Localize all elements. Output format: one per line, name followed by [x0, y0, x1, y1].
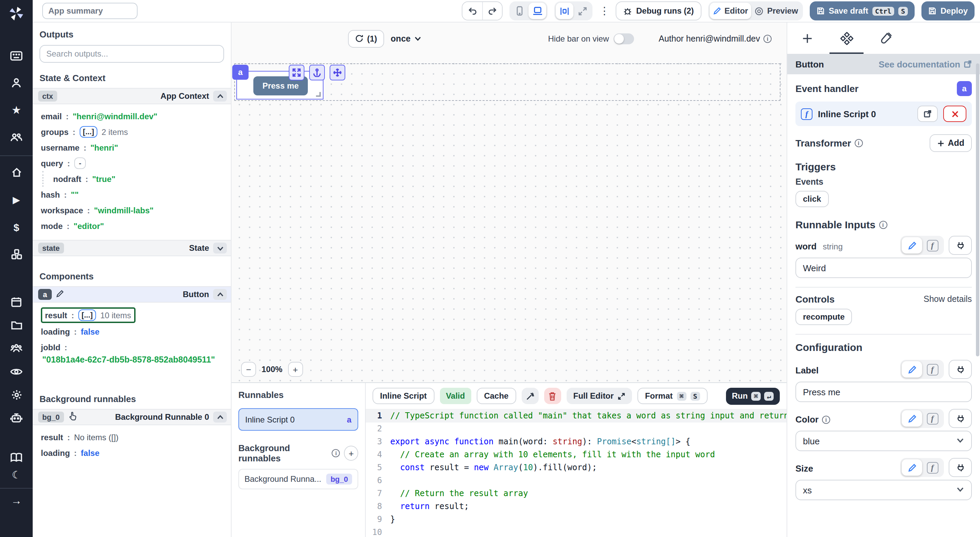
anchor-component-icon[interactable]	[309, 65, 325, 80]
code-line-1[interactable]: 1// TypeScript function called "main" th…	[366, 410, 787, 422]
eval-mode-button[interactable]: f	[922, 237, 943, 253]
connect-input-icon[interactable]	[949, 236, 972, 255]
add-bg-runnable-button[interactable]: +	[344, 446, 358, 461]
format-button[interactable]: Format ⌘ S	[638, 388, 707, 404]
output-row-result[interactable]: result:[...]10 items	[41, 307, 224, 324]
runnable-item[interactable]: Inline Script 0 a	[239, 408, 358, 431]
output-row-result[interactable]: result:No items ([])	[41, 429, 224, 445]
users-icon[interactable]	[10, 341, 23, 355]
tab-component-settings[interactable]	[835, 22, 858, 54]
code-editor[interactable]: 1// TypeScript function called "main" th…	[366, 409, 787, 537]
connect-input-icon[interactable]	[949, 409, 972, 428]
refresh-button[interactable]: (1)	[348, 30, 384, 47]
control-chip-recompute[interactable]: recompute	[795, 309, 852, 325]
eval-mode-button[interactable]: f	[922, 410, 943, 427]
arrow-right-icon[interactable]: →	[10, 494, 23, 508]
color-select[interactable]: blue	[795, 431, 972, 451]
component-id-badge[interactable]: a	[232, 65, 248, 80]
static-mode-button[interactable]	[902, 459, 922, 476]
event-script-row[interactable]: f Inline Script 0	[795, 102, 972, 126]
output-row-nodraft[interactable]: nodraft:"true"	[42, 171, 224, 187]
zoom-in-button[interactable]: +	[288, 362, 303, 377]
output-row-mode[interactable]: mode:"editor"	[41, 218, 224, 234]
preview-tab[interactable]: Preview	[751, 3, 802, 19]
runnable-inputs-info-icon[interactable]: i	[879, 220, 887, 229]
star-icon[interactable]: ★	[10, 104, 23, 117]
book-icon[interactable]	[10, 451, 23, 464]
inspector-scrollbar[interactable]	[976, 64, 979, 356]
chevron-down-icon[interactable]	[213, 242, 227, 253]
code-line-6[interactable]: 6	[366, 474, 787, 487]
output-row-loading[interactable]: loading:false	[41, 445, 224, 461]
static-mode-button[interactable]	[902, 237, 922, 253]
resources-icon[interactable]	[10, 247, 23, 261]
more-menu-icon[interactable]: ⋮	[599, 5, 609, 17]
calendar-icon[interactable]	[10, 295, 23, 309]
inline-script-button[interactable]: Inline Script	[372, 388, 434, 404]
apps-icon[interactable]	[10, 49, 23, 63]
debug-runs-button[interactable]: Debug runs (2)	[616, 2, 701, 21]
moon-icon[interactable]: ☾	[10, 467, 23, 481]
code-line-2[interactable]: 2	[366, 422, 787, 435]
output-row-jobId[interactable]: jobId:	[41, 339, 224, 355]
tab-insert-component[interactable]	[795, 22, 819, 54]
size-select[interactable]: xs	[795, 480, 972, 500]
delete-script-icon[interactable]	[544, 388, 561, 404]
chevron-up-icon[interactable]	[213, 412, 227, 422]
output-row-loading[interactable]: loading:false	[41, 324, 224, 339]
output-row-groups[interactable]: groups:[...]2 items	[41, 124, 224, 140]
word-input[interactable]	[795, 258, 972, 278]
gear-icon[interactable]	[10, 388, 23, 402]
robot-icon[interactable]	[10, 411, 23, 425]
play-icon[interactable]: ▶	[10, 193, 23, 207]
output-row-workspace[interactable]: workspace:"windmill-labs"	[41, 202, 224, 218]
connect-input-icon[interactable]	[949, 360, 972, 379]
output-row-query[interactable]: query:-	[41, 155, 224, 171]
output-section-header-ctx[interactable]: ctxApp Context	[33, 88, 231, 104]
connect-input-icon[interactable]	[949, 458, 972, 477]
members-icon[interactable]	[10, 131, 23, 145]
code-line-10[interactable]: 10	[366, 526, 787, 537]
mobile-view-button[interactable]	[511, 3, 528, 19]
output-section-header-button[interactable]: aButton	[33, 286, 231, 303]
code-line-3[interactable]: 3export async function main(word: string…	[366, 435, 787, 448]
code-line-8[interactable]: 8 return result;	[366, 500, 787, 513]
show-details-link[interactable]: Show details	[923, 295, 972, 304]
code-line-9[interactable]: 9}	[366, 513, 787, 526]
full-editor-button[interactable]: Full Editor	[566, 388, 632, 404]
eye-icon[interactable]	[10, 365, 23, 378]
save-draft-button[interactable]: Save draft Ctrl S	[810, 2, 915, 21]
code-line-4[interactable]: 4 // Create an array with 10 elements, f…	[366, 448, 787, 461]
output-row-username[interactable]: username:"henri"	[41, 140, 224, 155]
move-component-icon[interactable]	[329, 65, 345, 80]
cache-button[interactable]: Cache	[476, 388, 516, 404]
collapsed-value-chip[interactable]: [...]	[80, 126, 97, 138]
tab-theme-style[interactable]	[875, 22, 897, 54]
static-mode-button[interactable]	[902, 410, 922, 427]
collapsed-value-chip[interactable]: [...]	[78, 309, 96, 321]
user-icon[interactable]	[10, 76, 23, 90]
add-transformer-button[interactable]: Add	[929, 134, 972, 152]
ai-wand-icon[interactable]	[521, 388, 538, 404]
dollar-icon[interactable]: $	[10, 220, 23, 234]
collapsed-value-chip[interactable]: -	[74, 158, 86, 169]
folder-icon[interactable]	[10, 318, 23, 332]
frequency-dropdown[interactable]: once	[391, 34, 421, 43]
run-button[interactable]: Run ⌘ ↵	[725, 387, 780, 405]
expand-component-icon[interactable]	[289, 65, 304, 80]
see-documentation-link[interactable]: See documentation	[878, 59, 972, 69]
output-row-hash[interactable]: hash:""	[41, 187, 224, 202]
bg-runnable-item[interactable]: Background Runna... bg_0	[239, 469, 358, 489]
app-summary-input[interactable]	[42, 3, 138, 19]
eval-mode-button[interactable]: f	[922, 361, 943, 378]
output-section-header-bg0[interactable]: bg_0Background Runnable 0	[33, 409, 231, 425]
output-row-email[interactable]: email:"henri@windmill.dev"	[41, 108, 224, 124]
redo-button[interactable]	[482, 2, 502, 20]
edit-id-icon[interactable]	[56, 289, 64, 300]
label-field[interactable]	[795, 382, 972, 402]
transformer-info-icon[interactable]: i	[854, 139, 862, 147]
code-line-5[interactable]: 5 const result = new Array(10).fill(word…	[366, 461, 787, 474]
resize-handle[interactable]	[316, 92, 321, 97]
code-line-7[interactable]: 7 // Return the result array	[366, 487, 787, 500]
fullwidth-layout-button[interactable]	[573, 3, 591, 19]
